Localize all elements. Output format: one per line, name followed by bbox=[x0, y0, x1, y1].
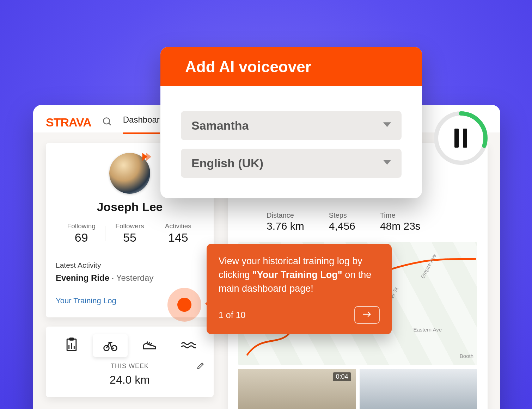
swim-icon bbox=[180, 337, 196, 354]
metric-steps: Steps 4,456 bbox=[329, 211, 355, 232]
shoe-icon bbox=[141, 337, 157, 354]
tour-hotspot[interactable] bbox=[167, 288, 201, 322]
arrow-right-icon bbox=[362, 310, 372, 320]
voiceover-modal-title: Add AI voiceover bbox=[185, 58, 397, 76]
street-label: Eastern Ave bbox=[413, 327, 442, 333]
chevron-down-icon bbox=[383, 160, 391, 167]
search-icon[interactable] bbox=[102, 116, 112, 128]
nav-tab-dashboard[interactable]: Dashboar bbox=[123, 111, 160, 134]
svg-line-1 bbox=[109, 123, 111, 125]
tour-callout: View your historical training log by cli… bbox=[207, 244, 392, 334]
this-week-header: THIS WEEK bbox=[111, 362, 149, 370]
stat-value: 55 bbox=[105, 231, 154, 244]
sport-tabs bbox=[54, 334, 205, 357]
subscriber-badge-icon bbox=[140, 151, 152, 163]
video-duration: 0:04 bbox=[333, 372, 351, 381]
playback-pause-button[interactable] bbox=[433, 110, 489, 166]
sport-tab-swim[interactable] bbox=[171, 334, 205, 357]
street-label: Booth bbox=[460, 353, 473, 359]
stat-value: 69 bbox=[57, 231, 105, 244]
latest-activity-when: Yesterday bbox=[116, 273, 154, 283]
metric-label: Steps bbox=[329, 211, 355, 219]
stat-value: 145 bbox=[154, 231, 202, 244]
latest-activity-header: Latest Activity bbox=[56, 261, 204, 269]
svg-point-0 bbox=[103, 118, 110, 124]
pause-icon bbox=[433, 110, 489, 166]
sport-tab-stats[interactable] bbox=[54, 334, 89, 357]
voice-select[interactable]: Samantha bbox=[181, 111, 402, 140]
latest-activity-line[interactable]: Evening Ride · Yesterday bbox=[56, 273, 204, 283]
media-thumbnail[interactable]: 0:04 bbox=[238, 369, 356, 409]
profile-name: Joseph Lee bbox=[56, 200, 204, 214]
strava-logo: STRAVA bbox=[46, 116, 91, 129]
bike-icon bbox=[103, 337, 118, 354]
voice-select-value: Samantha bbox=[191, 119, 249, 132]
metric-label: Distance bbox=[267, 211, 304, 219]
stat-followers[interactable]: Followers 55 bbox=[105, 222, 154, 244]
metric-distance: Distance 3.76 km bbox=[267, 211, 304, 232]
stat-label: Following bbox=[57, 222, 105, 230]
media-thumbnails: 0:04 bbox=[238, 369, 477, 409]
hotspot-dot-icon bbox=[177, 298, 191, 312]
callout-text: View your historical training log by cli… bbox=[219, 254, 380, 296]
edit-goal-button[interactable] bbox=[196, 361, 205, 372]
stat-label: Followers bbox=[105, 222, 154, 230]
media-thumbnail[interactable] bbox=[360, 369, 477, 409]
sport-tab-ride[interactable] bbox=[93, 334, 128, 357]
metric-time: Time 48m 23s bbox=[380, 211, 421, 232]
voiceover-modal: Add AI voiceover Samantha English (UK) bbox=[160, 47, 422, 198]
stat-following[interactable]: Following 69 bbox=[57, 222, 105, 244]
clipboard-stats-icon bbox=[64, 337, 79, 354]
this-week-distance: 24.0 km bbox=[54, 373, 205, 386]
language-select[interactable]: English (UK) bbox=[181, 149, 402, 178]
profile-stats: Following 69 Followers 55 Activities 145 bbox=[56, 222, 204, 253]
stat-activities[interactable]: Activities 145 bbox=[154, 222, 202, 244]
callout-step-count: 1 of 10 bbox=[219, 310, 245, 320]
callout-next-button[interactable] bbox=[354, 306, 380, 324]
language-select-value: English (UK) bbox=[191, 156, 263, 170]
metric-value: 4,456 bbox=[329, 220, 355, 232]
latest-activity: Latest Activity Evening Ride · Yesterday bbox=[56, 261, 204, 283]
metric-value: 3.76 km bbox=[267, 220, 304, 232]
voiceover-modal-header: Add AI voiceover bbox=[160, 47, 422, 86]
stat-label: Activities bbox=[154, 222, 202, 230]
metric-label: Time bbox=[380, 211, 421, 219]
latest-activity-name: Evening Ride bbox=[56, 273, 109, 283]
activity-metrics: Distance 3.76 km Steps 4,456 Time 48m 23… bbox=[267, 211, 477, 232]
pencil-icon bbox=[196, 365, 205, 371]
this-week-card: THIS WEEK 24.0 km bbox=[46, 327, 214, 397]
chevron-down-icon bbox=[383, 122, 391, 129]
sport-tab-run[interactable] bbox=[132, 334, 166, 357]
metric-value: 48m 23s bbox=[380, 220, 421, 232]
